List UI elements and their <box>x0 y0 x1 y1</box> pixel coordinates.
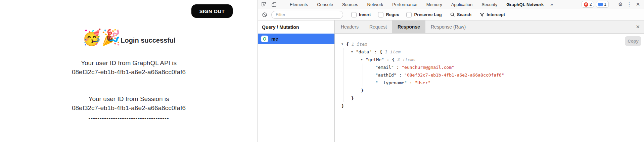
response-json-tree: ▼{ 1 item▼"data" : { 1 item▼"getMe" : { … <box>335 34 644 110</box>
indent-guide <box>363 63 371 71</box>
filter-options: Invert Regex Preserve Log <box>351 12 442 17</box>
devtools-panel: Elements Console Sources Network Perform… <box>258 0 644 142</box>
json-token-brace: } <box>341 103 344 108</box>
preserve-log-checkbox[interactable]: Preserve Log <box>406 12 442 17</box>
json-tree-row: } <box>341 102 644 110</box>
operation-row-me[interactable]: Q me <box>258 34 334 44</box>
app-page: SIGN OUT 🥳🎉 Login successful Your user I… <box>0 0 258 142</box>
devtools-tabbar: Elements Console Sources Network Perform… <box>258 0 644 9</box>
json-token-punct: : <box>407 80 415 85</box>
operation-label: me <box>271 36 278 42</box>
json-tree-row: ▼{ 1 item <box>341 40 644 48</box>
close-devtools-icon[interactable]: ✕ <box>635 1 641 8</box>
regex-checkbox[interactable]: Regex <box>378 12 399 17</box>
divider <box>613 2 613 7</box>
indent-guide <box>353 56 361 63</box>
clear-filter-icon[interactable] <box>261 11 268 18</box>
devtools-tool-icons <box>261 1 277 8</box>
sidebar-header: Query / Mutation <box>258 20 334 34</box>
invert-checkbox[interactable]: Invert <box>351 12 371 17</box>
json-tree-row: } <box>341 94 644 102</box>
detail-tab-response-raw[interactable]: Response (Raw) <box>425 20 471 33</box>
indent-guide <box>363 71 371 79</box>
intercept-label: Intercept <box>487 12 505 17</box>
copy-button[interactable]: Copy <box>625 36 641 46</box>
tab-application[interactable]: Application <box>451 2 473 7</box>
intercept-button[interactable]: Intercept <box>479 12 505 17</box>
tab-memory[interactable]: Memory <box>426 2 442 7</box>
checkbox-box <box>351 12 357 17</box>
json-token-brace: { <box>392 57 395 62</box>
party-emoji: 🥳🎉 <box>82 29 121 46</box>
filter-toolbar: Invert Regex Preserve Log Search <box>258 9 644 20</box>
detail-tab-request[interactable]: Request <box>364 20 392 33</box>
login-success-message: Login successful <box>121 37 175 46</box>
settings-gear-icon[interactable]: ⚙ <box>617 1 624 8</box>
json-token-punct: : <box>397 73 404 78</box>
tab-graphql-network[interactable]: GraphQL Network <box>506 2 544 7</box>
tab-network[interactable]: Network <box>367 2 383 7</box>
error-icon: ✕ <box>584 2 588 7</box>
json-token-punct: : <box>372 49 379 54</box>
divider <box>283 2 283 7</box>
json-token-punct: : <box>394 65 402 70</box>
json-token-brace: { <box>379 49 382 54</box>
filter-input[interactable] <box>271 11 343 19</box>
session-user-id-block: Your user ID from Session is 08ef32c7-eb… <box>0 94 258 112</box>
checkbox-box <box>406 12 412 17</box>
error-count-badge[interactable]: ✕ 2 <box>582 1 594 8</box>
json-token-meta: 1 item <box>382 49 401 54</box>
detail-tabs: Headers Request Response Response (Raw) … <box>335 20 644 34</box>
collapse-arrow-icon[interactable]: ▼ <box>341 43 346 46</box>
message-count: 1 <box>604 2 606 7</box>
json-token-punct: : <box>384 57 392 62</box>
json-token-key: "getMe" <box>366 57 384 62</box>
collapse-arrow-icon[interactable]: ▼ <box>361 58 366 61</box>
inspect-element-icon[interactable] <box>261 1 267 8</box>
indent-guide <box>363 79 371 87</box>
response-content: Copy ▼{ 1 item▼"data" : { 1 item▼"getMe"… <box>335 34 644 142</box>
device-toolbar-icon[interactable] <box>271 1 277 8</box>
search-button[interactable]: Search <box>450 12 471 17</box>
session-user-id-value: 08ef32c7-eb1b-4fb1-a6e2-a66a8cc0faf6 <box>0 103 258 112</box>
graphql-user-id-caption: Your user ID from GraphQL API is <box>0 58 258 67</box>
intercept-icon <box>479 12 485 17</box>
json-tree-row: ▼"getMe" : { 3 items <box>341 56 644 63</box>
indent-guide <box>353 79 361 87</box>
indent-guide <box>343 56 351 63</box>
query-badge-icon: Q <box>261 36 268 42</box>
detail-tab-headers[interactable]: Headers <box>335 20 364 33</box>
tab-sources[interactable]: Sources <box>342 2 358 7</box>
close-detail-icon[interactable]: ✕ <box>632 20 644 33</box>
json-tree-row: "email" : "eunchurn@gmail.com" <box>341 63 644 71</box>
message-count-badge[interactable]: 1 <box>596 1 609 8</box>
error-count: 2 <box>590 2 592 7</box>
tab-security[interactable]: Security <box>481 2 497 7</box>
message-icon <box>598 3 603 6</box>
indent-guide <box>353 87 361 94</box>
json-tree-row: } <box>341 87 644 94</box>
tab-performance[interactable]: Performance <box>392 2 417 7</box>
session-user-id-caption: Your user ID from Session is <box>0 94 258 103</box>
collapse-arrow-icon[interactable]: ▼ <box>351 50 356 53</box>
indent-guide <box>343 48 351 56</box>
json-token-meta: 1 item <box>349 42 367 47</box>
detail-tab-response[interactable]: Response <box>392 20 425 33</box>
indent-guide <box>343 63 351 71</box>
tab-elements[interactable]: Elements <box>290 2 308 7</box>
indent-guide <box>343 71 351 79</box>
tab-console[interactable]: Console <box>317 2 333 7</box>
json-token-value: "User" <box>415 80 430 85</box>
detail-panel: Headers Request Response Response (Raw) … <box>335 20 644 142</box>
indent-guide <box>343 87 351 94</box>
json-token-brace: } <box>351 96 354 101</box>
more-tabs-icon[interactable]: » <box>550 2 553 7</box>
sign-out-button[interactable]: SIGN OUT <box>191 4 233 18</box>
operations-sidebar: Query / Mutation Q me <box>258 20 335 142</box>
json-token-brace: { <box>346 42 349 47</box>
json-token-key: "data" <box>356 49 372 54</box>
preserve-log-label: Preserve Log <box>414 12 442 17</box>
json-token-value: "08ef32c7-eb1b-4fb1-a6e2-a66a8cc0faf6" <box>404 73 504 78</box>
devtools-body: Query / Mutation Q me Headers Request Re… <box>258 20 644 142</box>
kebab-menu-icon[interactable]: ⋮ <box>626 1 633 8</box>
